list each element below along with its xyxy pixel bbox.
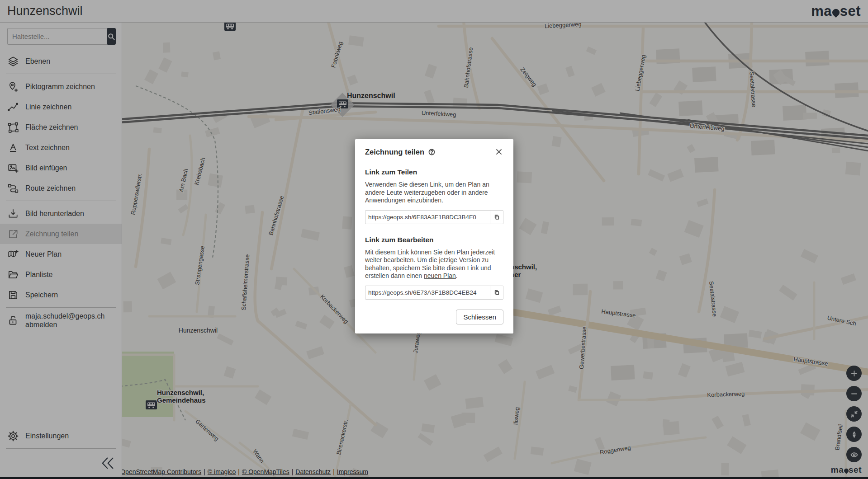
close-dialog-button[interactable]: Schliessen [456,310,503,324]
dialog-title: Zeichnung teilen [365,148,424,156]
edit-link-input[interactable] [365,286,490,299]
edit-link-heading: Link zum Bearbeiten [365,236,503,244]
help-circle-icon [428,148,436,156]
share-link-description: Verwenden Sie diesen Link, um den Plan a… [365,181,503,205]
copy-edit-link-button[interactable] [490,286,503,299]
copy-share-link-button[interactable] [490,211,503,224]
share-link-input[interactable] [365,211,490,224]
new-plan-link[interactable]: neuen Plan [424,272,456,279]
copy-icon [493,214,500,221]
help-icon[interactable] [428,148,436,156]
share-drawing-dialog: Zeichnung teilen Link zum Teilen Verwend… [355,139,513,333]
close-icon[interactable] [494,147,503,156]
edit-link-row [365,286,503,300]
close-icon [494,147,503,156]
share-link-heading: Link zum Teilen [365,168,503,176]
share-link-row [365,210,503,224]
edit-description-period: . [456,272,458,279]
copy-icon [493,289,500,296]
edit-link-description: Mit diesem Link können Sie den Plan jede… [365,249,503,280]
